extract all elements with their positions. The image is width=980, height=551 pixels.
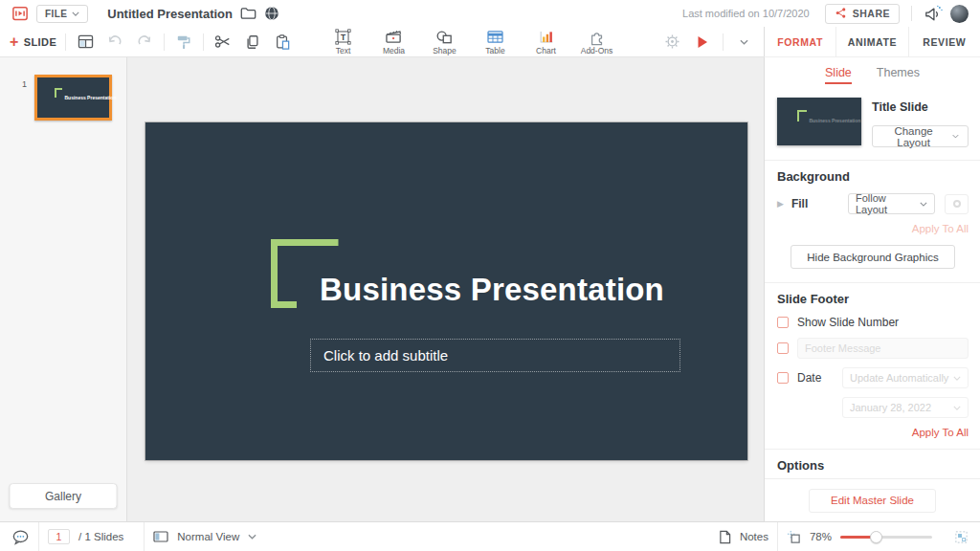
show-slide-number-checkbox[interactable]: [777, 317, 789, 328]
toolbar-divider: [203, 33, 204, 51]
fill-type-select[interactable]: Follow Layout: [848, 193, 935, 214]
view-mode-selector[interactable]: Normal View: [177, 531, 239, 542]
subtitle-placeholder[interactable]: Click to add subtitle: [310, 339, 680, 372]
announcements-icon[interactable]: [924, 5, 943, 22]
options-heading: Options: [777, 458, 969, 473]
slide-thumbnail-image: Business Presentation: [37, 77, 109, 118]
expand-arrow-icon[interactable]: ▶: [777, 199, 784, 209]
file-menu-button[interactable]: FILE: [36, 5, 88, 23]
date-label: Date: [797, 371, 821, 385]
addons-tool-label: Add-Ons: [581, 46, 613, 55]
panel-tabs: FORMAT ANIMATE REVIEW: [764, 27, 980, 57]
globe-icon[interactable]: [264, 6, 279, 21]
tab-slide[interactable]: Slide: [825, 66, 852, 84]
slide-title[interactable]: Business Presentation: [320, 272, 664, 308]
chart-tool-label: Chart: [536, 46, 556, 55]
slide-editor[interactable]: Business Presentation Click to add subti…: [145, 122, 747, 460]
fill-label: Fill: [791, 197, 843, 210]
tab-format[interactable]: FORMAT: [765, 27, 835, 56]
footer-message-checkbox[interactable]: [777, 342, 789, 354]
text-tool[interactable]: T Text: [322, 29, 365, 55]
cut-icon[interactable]: [212, 32, 234, 53]
footer-message-input[interactable]: [797, 338, 969, 359]
date-value: January 28, 2022: [850, 402, 931, 413]
format-panel-footer: Edit Master Slide: [765, 478, 980, 521]
tab-review[interactable]: REVIEW: [908, 27, 980, 56]
format-panel: Slide Themes Business Presentation Title…: [764, 57, 980, 521]
view-mode-chevron-icon[interactable]: [248, 534, 256, 540]
format-panel-tabs: Slide Themes: [765, 57, 980, 90]
edit-master-slide-button[interactable]: Edit Master Slide: [809, 489, 936, 513]
notes-toggle[interactable]: Notes: [740, 531, 768, 542]
table-tool-label: Table: [485, 46, 504, 55]
addons-tool-icon: [589, 29, 606, 45]
table-tool[interactable]: Table: [474, 29, 517, 55]
paste-icon[interactable]: [272, 32, 293, 53]
shape-tool-icon: [435, 29, 454, 45]
status-divider: [777, 522, 778, 551]
slide-footer-section: Slide Footer Show Slide Number Date Upda…: [765, 283, 980, 450]
slide-layout-icon[interactable]: [75, 32, 96, 53]
media-tool[interactable]: Media: [372, 29, 415, 55]
user-avatar[interactable]: [950, 5, 969, 23]
notes-icon[interactable]: [719, 530, 731, 544]
tab-themes[interactable]: Themes: [877, 66, 920, 84]
status-divider: [38, 522, 39, 551]
footer-message-row: [777, 338, 969, 359]
add-slide-button[interactable]: + SLIDE: [10, 34, 56, 50]
svg-text:T: T: [341, 33, 346, 42]
zoom-level-label: 78%: [810, 531, 832, 542]
layout-preview-thumbnail[interactable]: Business Presentation: [777, 98, 861, 145]
mini-slide-title: Business Presentation: [65, 95, 117, 100]
shape-tool[interactable]: Shape: [423, 29, 466, 55]
total-slides-label: / 1 Slides: [78, 531, 123, 542]
add-slide-label: SLIDE: [24, 36, 56, 48]
play-slideshow-button[interactable]: [692, 32, 713, 53]
date-mode-value: Update Automatically: [850, 372, 948, 384]
footer-apply-to-all[interactable]: Apply To All: [777, 427, 969, 438]
last-modified-label: Last modified on 10/7/2020: [682, 8, 810, 19]
app-logo-icon[interactable]: [11, 5, 29, 22]
background-apply-to-all: Apply To All: [777, 223, 969, 234]
undo-icon[interactable]: [104, 32, 125, 53]
copy-icon[interactable]: [242, 32, 263, 53]
layout-info: Title Slide Change Layout: [872, 98, 969, 147]
change-layout-button[interactable]: Change Layout: [872, 125, 969, 147]
addons-tool[interactable]: Add-Ons: [575, 29, 618, 55]
gallery-button[interactable]: Gallery: [10, 483, 118, 509]
normal-view-icon: [153, 531, 168, 542]
current-slide-input[interactable]: 1: [48, 529, 70, 544]
zoom-slider[interactable]: [840, 531, 932, 543]
show-slide-number-row: Show Slide Number: [777, 316, 969, 329]
insert-tools-group: T Text Media Shape Table: [322, 29, 618, 55]
redo-icon[interactable]: [134, 32, 155, 53]
editor-canvas[interactable]: Business Presentation Click to add subti…: [127, 57, 764, 521]
share-button[interactable]: SHARE: [825, 4, 900, 24]
tab-animate[interactable]: ANIMATE: [835, 27, 907, 56]
mini-slide-title: Business Presentation: [809, 118, 860, 123]
comments-icon[interactable]: [11, 529, 30, 545]
document-title[interactable]: Untitled Presentation: [107, 7, 233, 21]
fit-slide-icon[interactable]: [787, 530, 801, 544]
share-icon: [835, 7, 847, 21]
share-label: SHARE: [853, 8, 890, 19]
slideshow-settings-gear-icon[interactable]: [661, 32, 682, 53]
format-painter-icon[interactable]: [173, 32, 194, 53]
table-tool-icon: [486, 29, 504, 45]
fit-to-screen-icon[interactable]: [954, 530, 969, 544]
layout-name: Title Slide: [872, 100, 969, 114]
header-bar: FILE Untitled Presentation Last modified…: [0, 0, 980, 27]
date-checkbox[interactable]: [777, 372, 789, 384]
fill-color-swatch[interactable]: [945, 194, 969, 214]
slide-thumbnail[interactable]: Business Presentation: [34, 75, 112, 121]
file-menu-label: FILE: [45, 9, 67, 19]
shape-tool-label: Shape: [433, 46, 457, 55]
chart-tool[interactable]: Chart: [524, 29, 568, 55]
change-layout-label: Change Layout: [881, 125, 946, 148]
text-tool-label: Text: [336, 46, 351, 55]
hide-background-graphics-button[interactable]: Hide Background Graphics: [791, 245, 955, 269]
folder-icon[interactable]: [240, 7, 256, 20]
toolbar-divider: [65, 33, 66, 51]
play-options-chevron-icon[interactable]: [733, 32, 754, 53]
zoom-slider-knob[interactable]: [870, 531, 882, 543]
